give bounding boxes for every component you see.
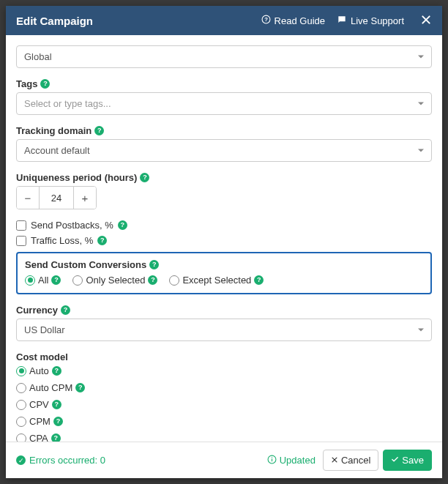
tracking-domain-select[interactable]: Account default (16, 139, 432, 162)
radio-except-selected-label: Except Selected (182, 275, 251, 286)
chat-icon (337, 15, 347, 27)
modal-title: Edit Campaign (16, 15, 93, 27)
cost-option-cpv[interactable]: CPV ? (16, 399, 432, 410)
cost-model-field: Cost model Auto ? Auto CPM ? (16, 351, 432, 442)
radio-except-selected[interactable]: Except Selected ? (169, 275, 264, 286)
svg-rect-4 (272, 457, 272, 458)
close-button[interactable] (420, 13, 432, 28)
live-support-label: Live Support (351, 15, 404, 26)
tags-field: Tags ? Select or type tags... (16, 78, 432, 115)
help-icon[interactable]: ? (118, 220, 127, 230)
help-icon[interactable]: ? (94, 126, 104, 135)
tags-select[interactable]: Select or type tags... (16, 92, 432, 115)
x-icon (331, 455, 338, 466)
tracking-domain-label-row: Tracking domain ? (16, 125, 432, 136)
help-icon[interactable]: ? (149, 260, 159, 269)
cost-option-auto[interactable]: Auto ? (16, 365, 432, 376)
uniqueness-input[interactable] (39, 187, 74, 209)
stepper-increment[interactable]: + (74, 187, 96, 209)
cost-option-label: CPM (29, 416, 51, 427)
modal-header: Edit Campaign ? Read Guide Live Support (6, 6, 442, 35)
help-icon[interactable]: ? (53, 417, 63, 426)
info-icon (267, 455, 277, 466)
radio-icon (16, 400, 26, 410)
cost-option-label: Auto CPM (29, 382, 72, 393)
radio-icon (25, 275, 35, 286)
cost-option-label: Auto (29, 365, 49, 376)
cost-model-label: Cost model (16, 351, 68, 362)
send-postbacks-row[interactable]: Send Postbacks, % ? (16, 220, 432, 231)
help-icon[interactable]: ? (52, 366, 61, 376)
currency-label-row: Currency ? (16, 305, 432, 316)
help-icon[interactable]: ? (97, 236, 107, 245)
custom-conversions-radios: All ? Only Selected ? Except Selected ? (25, 275, 423, 286)
currency-field: Currency ? US Dollar (16, 305, 432, 341)
help-icon[interactable]: ? (40, 79, 50, 89)
cost-model-label-row: Cost model (16, 351, 432, 362)
tags-label: Tags (16, 78, 37, 89)
check-icon (391, 455, 399, 466)
uniqueness-label-row: Uniqueness period (hours) ? (16, 172, 432, 183)
tracking-domain-label: Tracking domain (16, 125, 92, 136)
radio-icon (72, 275, 83, 286)
radio-icon (16, 383, 26, 393)
uniqueness-stepper: − + (16, 186, 97, 209)
tags-label-row: Tags ? (16, 78, 432, 89)
cost-option-label: CPA (29, 433, 48, 442)
checkbox-group: Send Postbacks, % ? Traffic Loss, % ? (16, 220, 432, 246)
radio-all-label: All (38, 275, 48, 286)
cancel-label: Cancel (341, 455, 370, 466)
modal-footer: ✓ Errors occurred: 0 Updated Cancel Save (6, 442, 442, 478)
cost-option-cpm[interactable]: CPM ? (16, 416, 432, 427)
cost-option-cpa[interactable]: CPA ? (16, 433, 432, 442)
updated-status: Updated (267, 455, 316, 466)
traffic-loss-checkbox[interactable] (16, 236, 26, 246)
cost-option-auto-cpm[interactable]: Auto CPM ? (16, 382, 432, 393)
svg-text:?: ? (264, 16, 268, 23)
modal-body: Global Tags ? Select or type tags... Tra… (6, 35, 442, 442)
check-icon: ✓ (16, 455, 26, 465)
uniqueness-field: Uniqueness period (hours) ? − + (16, 172, 432, 209)
save-label: Save (402, 455, 424, 466)
help-icon[interactable]: ? (140, 173, 149, 182)
radio-icon (16, 417, 26, 427)
currency-select[interactable]: US Dollar (16, 319, 432, 341)
question-icon: ? (261, 15, 271, 26)
read-guide-link[interactable]: ? Read Guide (261, 15, 325, 26)
svg-rect-3 (272, 458, 272, 461)
currency-label: Currency (16, 305, 58, 316)
geo-field: Global (16, 45, 432, 68)
cost-model-options: Auto ? Auto CPM ? CPV ? (16, 365, 432, 442)
help-icon[interactable]: ? (52, 400, 61, 409)
help-icon[interactable]: ? (51, 275, 61, 285)
read-guide-label: Read Guide (275, 15, 325, 26)
custom-conversions-label-row: Send Custom Conversions ? (25, 259, 423, 270)
updated-label: Updated (280, 455, 316, 466)
custom-conversions-box: Send Custom Conversions ? All ? Only Sel… (16, 252, 432, 294)
help-icon[interactable]: ? (254, 275, 264, 285)
edit-campaign-modal: Edit Campaign ? Read Guide Live Support … (6, 6, 442, 478)
traffic-loss-label: Traffic Loss, % (31, 235, 93, 246)
live-support-link[interactable]: Live Support (337, 15, 404, 27)
error-status: ✓ Errors occurred: 0 (16, 455, 105, 466)
traffic-loss-row[interactable]: Traffic Loss, % ? (16, 235, 432, 246)
send-postbacks-checkbox[interactable] (16, 220, 26, 231)
currency-value: US Dollar (24, 324, 65, 335)
stepper-decrement[interactable]: − (17, 187, 39, 209)
form-scroll[interactable]: Global Tags ? Select or type tags... Tra… (16, 45, 442, 442)
radio-all[interactable]: All ? (25, 275, 61, 286)
save-button[interactable]: Save (383, 450, 432, 471)
geo-value: Global (24, 51, 52, 62)
help-icon[interactable]: ? (75, 383, 85, 392)
cost-option-label: CPV (29, 399, 49, 410)
custom-conversions-label: Send Custom Conversions (25, 259, 146, 270)
radio-icon (169, 275, 179, 286)
geo-select[interactable]: Global (16, 45, 432, 68)
error-status-text: Errors occurred: 0 (29, 455, 105, 466)
help-icon[interactable]: ? (148, 275, 157, 285)
cancel-button[interactable]: Cancel (323, 450, 378, 471)
close-icon (420, 14, 432, 26)
radio-only-selected[interactable]: Only Selected ? (72, 275, 157, 286)
help-icon[interactable]: ? (61, 305, 70, 315)
help-icon[interactable]: ? (51, 433, 61, 442)
